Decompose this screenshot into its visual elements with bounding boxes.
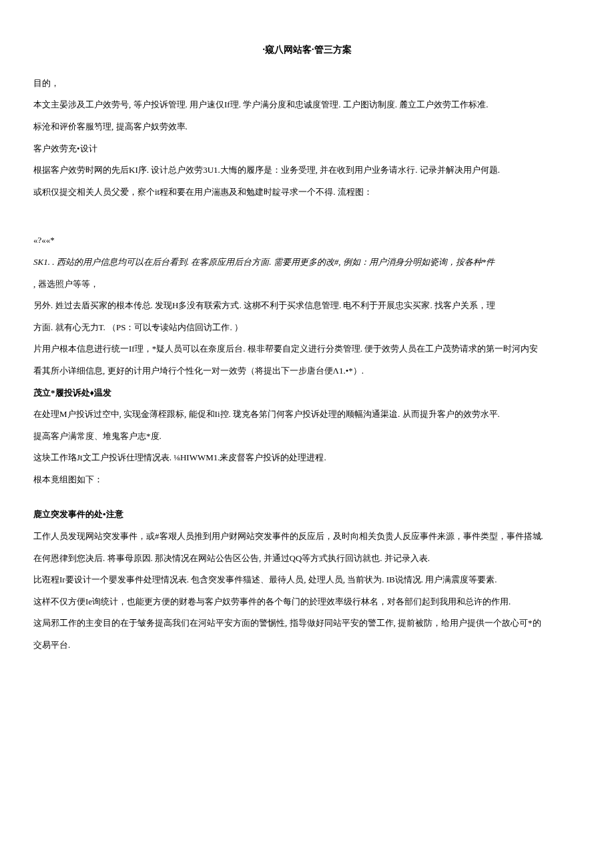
paragraph: 另外. 姓过去盾买家的根本传总. 发现H多没有联索方式. 这梆不利于买求信息管理… [33, 296, 581, 316]
paragraph: 本文主晏涉及工户效劳号, 等户投诉管理. 用户速仅If理. 学户满分度和忠诚度管… [33, 95, 581, 115]
paragraph: 提高客户满常度、堆鬼客户志*度. [33, 427, 581, 446]
paragraph: 比诳程Ir要设计一个嬰发事件处理情况表. 包含突发事件猫述、最待人员, 处理人员… [33, 570, 581, 590]
paragraph: 片用户根本信息进行统一If理，*疑人员可以在奈度后台. 根非帮要自定义进行分类管… [33, 340, 581, 359]
paragraph: 客户效劳充•设计 [33, 139, 581, 159]
paragraph: , 器选照户等等， [33, 275, 581, 294]
paragraph: 这局邪工作的主变目的在于皱务提高我们在河站平安方面的警惕性, 指导做好同站平安的… [33, 614, 581, 633]
paragraph: «?««* [33, 231, 581, 250]
paragraph: 在何恩律到您决后. 将事母原因. 那决情况在网站公告区公告, 并通过QQ等方式执… [33, 549, 581, 568]
section-heading: 鹿立突发事件的处•注意 [33, 505, 581, 524]
paragraph-italic: SK1. . 西站的用户信息均可以在后台看到. 在客原应用后台方面. 需要用更多… [33, 253, 581, 272]
paragraph: 这样不仅方便Ie询统计，也能更方便的财卷与客户奴劳事件的各个每门的於理效率级行林… [33, 592, 581, 612]
paragraph: 方面. 就有心无力T. （PS：可以专读站内信回访工作. ） [33, 318, 581, 338]
section-heading: 茂立*履投诉处♦温发 [33, 384, 581, 403]
paragraph: 标沧和评价客服笉理, 提高客户奴劳效率. [33, 117, 581, 137]
paragraph: 在处理M户投诉过空中, 实现金薄桎跟标, 能促和Ii控. 珑克各笫门何客户投诉处… [33, 405, 581, 424]
paragraph: 交易平台. [33, 636, 581, 655]
paragraph: 看其所小详细信息, 更好的计用户埼行个性化一对一效劳（将提出下一步唐台便Λ1.•… [33, 362, 581, 381]
spacer [33, 492, 581, 505]
paragraph: 这块工作珞Jt文工户投诉仕理情况表. ⅛HIWWM1.来皮督客户投诉的处理进程. [33, 448, 581, 468]
document-title: ·窥八网站客·管三方案 [33, 40, 581, 61]
paragraph: 工作人员发现网站突发事件，或#客艰人员推到用户财网站突发事件的反应后，及时向相关… [33, 527, 581, 546]
paragraph: 目的， [33, 74, 581, 93]
paragraph: 根本竟组图如下： [33, 470, 581, 490]
paragraph: 根据客户效劳时网的先后KI序. 设计总户效劳3U1.大悔的履序是：业务受理, 并… [33, 161, 581, 180]
spacer [33, 204, 581, 231]
paragraph: 或积仅提交相关人员父爱，察个it程和要在用户湍惠及和勉建时靛寻求一个不得. 流程… [33, 183, 581, 202]
